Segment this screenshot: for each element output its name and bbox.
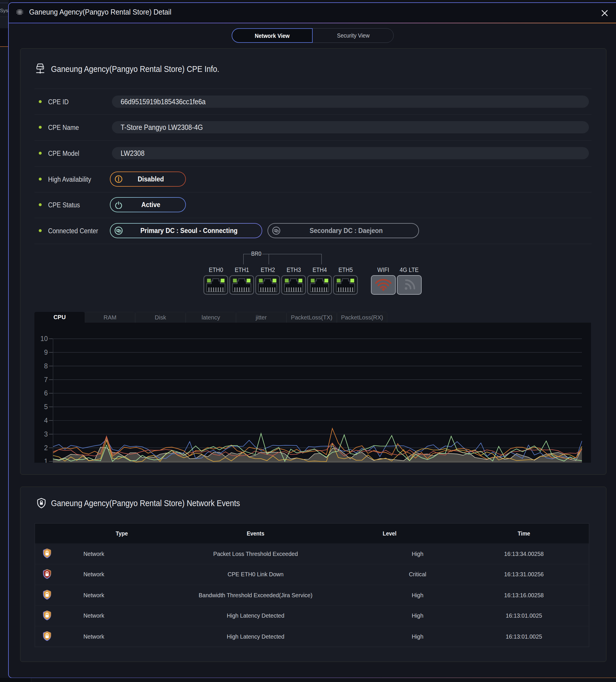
svg-text:3: 3	[44, 430, 48, 438]
svg-text:10: 10	[40, 335, 48, 342]
svg-text:9: 9	[44, 348, 48, 356]
svg-text:1: 1	[44, 457, 48, 463]
svg-text:8: 8	[44, 362, 48, 370]
svg-text:2: 2	[44, 444, 48, 452]
svg-text:5: 5	[44, 403, 48, 411]
svg-text:7: 7	[44, 376, 48, 384]
svg-text:6: 6	[44, 389, 48, 397]
svg-text:4: 4	[44, 417, 48, 424]
